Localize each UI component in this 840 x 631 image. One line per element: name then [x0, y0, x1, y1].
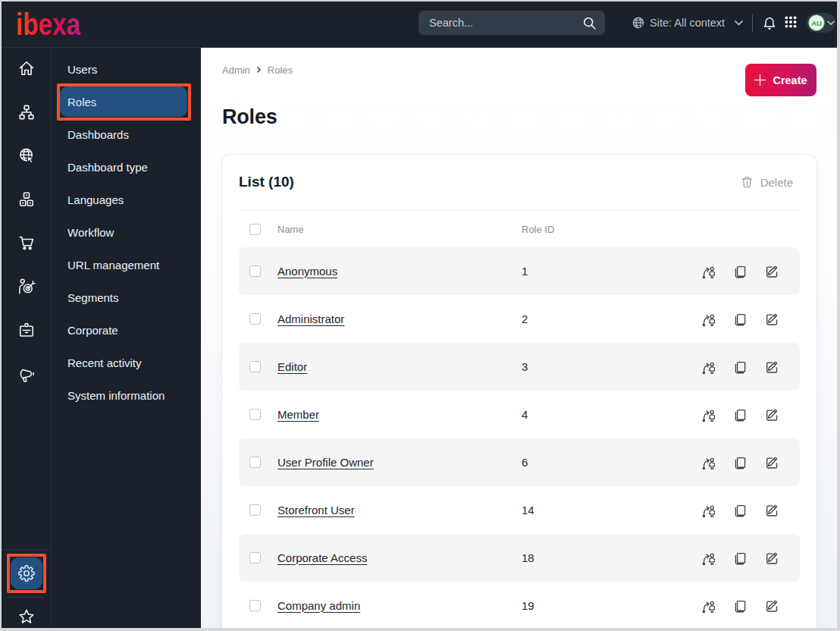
- assign-users-icon[interactable]: [701, 599, 715, 613]
- row-checkbox[interactable]: [249, 600, 261, 611]
- site-globe-icon[interactable]: [17, 146, 36, 165]
- menu-item-languages[interactable]: Languages: [60, 184, 187, 215]
- menu-item-dashboard-type[interactable]: Dashboard type: [60, 152, 187, 182]
- user-menu[interactable]: AU: [807, 13, 835, 33]
- copy-icon[interactable]: [733, 551, 747, 565]
- assign-users-icon[interactable]: [701, 265, 715, 278]
- edit-icon[interactable]: [765, 312, 779, 326]
- search-icon[interactable]: [583, 17, 596, 30]
- commerce-cart-icon[interactable]: [17, 233, 36, 253]
- ibexa-logo[interactable]: ibexa: [16, 9, 81, 39]
- row-actions: [701, 312, 779, 326]
- table-row: Administrator 2: [239, 295, 800, 343]
- gear-icon: [17, 564, 36, 583]
- edit-icon[interactable]: [765, 456, 779, 469]
- assign-users-icon[interactable]: [701, 456, 715, 469]
- menu-item-roles[interactable]: Roles: [60, 86, 187, 117]
- copy-icon[interactable]: [733, 360, 747, 374]
- row-checkbox[interactable]: [249, 552, 261, 564]
- edit-icon[interactable]: [765, 265, 779, 278]
- assign-users-icon[interactable]: [701, 551, 715, 565]
- role-name-link[interactable]: Anonymous: [277, 265, 337, 278]
- edit-icon[interactable]: [765, 551, 779, 565]
- admin-menu: UsersRolesDashboardsDashboard typeLangua…: [51, 48, 201, 628]
- menu-item-workflow[interactable]: Workflow: [60, 217, 187, 247]
- role-id-value: 2: [522, 312, 701, 325]
- row-actions: [701, 408, 779, 422]
- create-button[interactable]: Create: [745, 64, 816, 96]
- table-header-row: Name Role ID: [239, 211, 800, 247]
- role-name-link[interactable]: User Profile Owner: [277, 456, 374, 469]
- copy-icon[interactable]: [733, 456, 747, 469]
- edit-icon[interactable]: [765, 599, 779, 613]
- row-checkbox[interactable]: [249, 409, 261, 420]
- campaign-megaphone-icon[interactable]: [17, 364, 36, 384]
- copy-icon[interactable]: [733, 265, 747, 278]
- copy-icon[interactable]: [733, 504, 747, 517]
- role-name-link[interactable]: Administrator: [277, 312, 344, 325]
- role-name-link[interactable]: Storefront User: [277, 504, 355, 516]
- role-id-value: 1: [522, 265, 701, 278]
- row-checkbox[interactable]: [249, 457, 261, 468]
- role-name-link[interactable]: Editor: [277, 360, 307, 373]
- breadcrumb-admin[interactable]: Admin: [222, 64, 250, 76]
- products-icon[interactable]: [17, 190, 36, 209]
- breadcrumb-roles: Roles: [268, 64, 293, 76]
- menu-item-corporate[interactable]: Corporate: [60, 315, 187, 345]
- notifications-bell-icon[interactable]: [763, 16, 776, 30]
- edit-icon[interactable]: [765, 408, 779, 422]
- copy-icon[interactable]: [733, 408, 747, 422]
- breadcrumb-separator-icon: [257, 67, 261, 73]
- menu-item-segments[interactable]: Segments: [60, 282, 187, 312]
- icon-rail-items: [2, 48, 51, 384]
- table-row: Corporate Access 18: [239, 534, 800, 582]
- chevron-down-icon: [827, 20, 835, 26]
- content-tree-icon[interactable]: [17, 102, 36, 122]
- list-card-header: List (10) Delete: [239, 173, 800, 191]
- assign-users-icon[interactable]: [701, 312, 715, 326]
- row-checkbox[interactable]: [249, 313, 261, 325]
- personalization-target-icon[interactable]: [17, 277, 36, 297]
- row-checkbox[interactable]: [249, 361, 261, 372]
- role-name-link[interactable]: Member: [277, 408, 319, 421]
- role-id-value: 19: [522, 599, 701, 612]
- topbar-divider: [752, 14, 753, 32]
- select-all-checkbox[interactable]: [249, 224, 261, 235]
- role-name-link[interactable]: Corporate Access: [277, 551, 367, 564]
- table-row: Storefront User 14: [239, 486, 800, 534]
- menu-item-url-management[interactable]: URL management: [60, 250, 187, 280]
- assign-users-icon[interactable]: [701, 408, 715, 422]
- ibexa-logo-svg: ibexa: [16, 9, 81, 39]
- menu-item-users[interactable]: Users: [60, 54, 187, 84]
- icon-rail-bottom: [2, 549, 51, 626]
- row-checkbox[interactable]: [249, 504, 261, 516]
- svg-text:ibexa: ibexa: [16, 9, 81, 39]
- edit-icon[interactable]: [765, 504, 779, 517]
- edit-icon[interactable]: [765, 360, 779, 374]
- assign-users-icon[interactable]: [701, 504, 715, 517]
- column-header-name: Name: [277, 224, 522, 235]
- role-name-link[interactable]: Company admin: [277, 599, 360, 612]
- assign-users-icon[interactable]: [701, 360, 715, 374]
- row-actions: [701, 265, 779, 278]
- site-context-label: Site: All context: [650, 17, 725, 29]
- corporate-badge-icon[interactable]: [17, 320, 36, 340]
- page-title: Roles: [222, 105, 816, 130]
- user-avatar: AU: [808, 14, 825, 31]
- rail-divider: [8, 597, 44, 598]
- settings-gear-button[interactable]: [11, 557, 42, 589]
- menu-item-recent-activity[interactable]: Recent activity: [60, 347, 187, 378]
- menu-item-dashboards[interactable]: Dashboards: [60, 119, 187, 149]
- site-context-selector[interactable]: Site: All context: [632, 12, 743, 33]
- search-input[interactable]: [418, 17, 583, 29]
- copy-icon[interactable]: [733, 599, 747, 613]
- list-count-title: List (10): [239, 174, 294, 190]
- home-icon[interactable]: [17, 58, 36, 78]
- row-checkbox[interactable]: [249, 265, 261, 277]
- delete-button[interactable]: Delete: [741, 176, 800, 189]
- row-actions: [701, 599, 779, 613]
- app-switcher-grid-icon[interactable]: [785, 16, 797, 28]
- copy-icon[interactable]: [733, 312, 747, 326]
- bookmarks-star-button[interactable]: [17, 607, 36, 626]
- menu-item-system-information[interactable]: System information: [60, 380, 187, 410]
